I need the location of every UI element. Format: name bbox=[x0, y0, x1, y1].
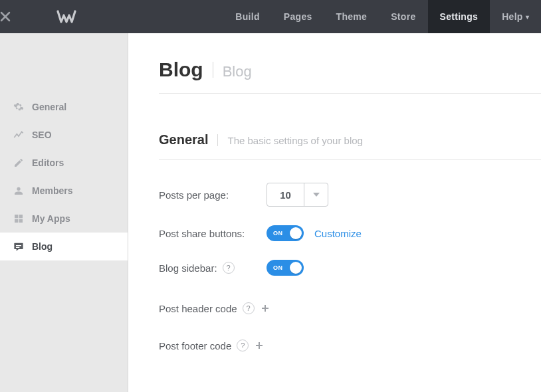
setting-label: Post header code ? bbox=[159, 302, 255, 314]
sidebar-item-editors[interactable]: Editors bbox=[0, 149, 128, 177]
nav-pages[interactable]: Pages bbox=[272, 0, 324, 33]
apps-icon bbox=[13, 213, 32, 224]
trend-icon bbox=[13, 130, 32, 140]
chevron-down-icon: ▾ bbox=[526, 13, 529, 21]
nav-build[interactable]: Build bbox=[223, 0, 272, 33]
topbar: Build Pages Theme Store Settings Help▾ bbox=[0, 0, 541, 33]
nav-store[interactable]: Store bbox=[379, 0, 427, 33]
nav-help[interactable]: Help▾ bbox=[490, 0, 541, 33]
plus-icon bbox=[255, 342, 263, 349]
logo[interactable] bbox=[33, 9, 100, 24]
setting-posts-per-page: Posts per page: 10 bbox=[159, 183, 541, 207]
sidebar-item-general[interactable]: General bbox=[0, 93, 128, 121]
blog-sidebar-toggle[interactable]: ON bbox=[267, 260, 304, 276]
nav-settings[interactable]: Settings bbox=[428, 0, 490, 33]
setting-share-buttons: Post share buttons: ON Customize bbox=[159, 225, 541, 241]
comment-icon bbox=[13, 241, 32, 252]
section-description: The basic settings of your blog bbox=[227, 135, 362, 146]
pencil-icon bbox=[13, 157, 32, 168]
add-header-code-button[interactable] bbox=[260, 303, 270, 314]
select-value: 10 bbox=[267, 183, 304, 206]
sidebar-item-myapps[interactable]: My Apps bbox=[0, 205, 128, 233]
divider bbox=[159, 93, 541, 94]
toggle-state: ON bbox=[273, 230, 283, 237]
sidebar-item-members[interactable]: Members bbox=[0, 177, 128, 205]
main-content: Blog Blog General The basic settings of … bbox=[128, 33, 541, 392]
gear-icon bbox=[13, 102, 32, 112]
setting-footer-code: Post footer code ? bbox=[159, 340, 541, 351]
sidebar-item-label: My Apps bbox=[32, 213, 70, 224]
sidebar-item-label: SEO bbox=[32, 130, 52, 140]
sidebar-item-label: Blog bbox=[32, 241, 53, 252]
divider bbox=[217, 134, 218, 146]
sidebar-item-label: Members bbox=[32, 185, 72, 196]
add-footer-code-button[interactable] bbox=[254, 340, 265, 351]
chevron-down-icon[interactable] bbox=[304, 183, 328, 206]
share-buttons-toggle[interactable]: ON bbox=[267, 225, 304, 241]
weebly-logo-icon bbox=[56, 9, 76, 24]
sidebar-item-label: General bbox=[32, 102, 66, 112]
sidebar-item-label: Editors bbox=[32, 157, 64, 168]
close-button[interactable] bbox=[0, 11, 33, 22]
plus-icon bbox=[261, 304, 269, 312]
setting-label: Post share buttons: bbox=[159, 228, 267, 239]
setting-label: Blog sidebar: ? bbox=[159, 262, 267, 274]
posts-per-page-select[interactable]: 10 bbox=[267, 183, 328, 207]
section-title: General bbox=[159, 132, 208, 147]
nav-theme[interactable]: Theme bbox=[324, 0, 379, 33]
setting-label: Post footer code ? bbox=[159, 340, 249, 351]
page-subtitle: Blog bbox=[223, 63, 252, 80]
page-title: Blog bbox=[159, 58, 203, 81]
help-icon[interactable]: ? bbox=[223, 262, 235, 274]
toggle-knob bbox=[290, 227, 302, 239]
close-icon bbox=[0, 11, 11, 22]
help-icon[interactable]: ? bbox=[237, 340, 249, 351]
sidebar-item-seo[interactable]: SEO bbox=[0, 121, 128, 149]
help-icon[interactable]: ? bbox=[243, 302, 255, 314]
sidebar: General SEO Editors Members My Apps bbox=[0, 33, 128, 392]
setting-blog-sidebar: Blog sidebar: ? ON bbox=[159, 260, 541, 276]
divider bbox=[159, 159, 541, 160]
setting-label: Posts per page: bbox=[159, 189, 267, 201]
top-nav: Build Pages Theme Store Settings Help▾ bbox=[223, 0, 541, 33]
toggle-state: ON bbox=[273, 264, 283, 271]
setting-header-code: Post header code ? bbox=[159, 302, 541, 314]
sidebar-item-blog[interactable]: Blog bbox=[0, 233, 128, 260]
toggle-knob bbox=[290, 262, 302, 274]
divider bbox=[213, 62, 213, 78]
person-icon bbox=[13, 185, 32, 196]
customize-link[interactable]: Customize bbox=[314, 228, 362, 239]
